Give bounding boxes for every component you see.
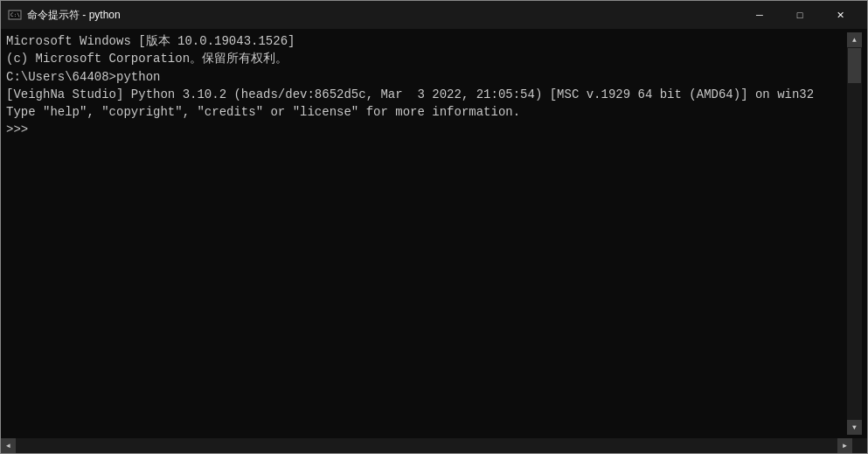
close-button[interactable]: ✕ [820,1,860,29]
maximize-button[interactable]: □ [780,1,820,29]
console-line: >>> [6,121,847,138]
console-body[interactable]: Microsoft Windows [版本 10.0.19043.1526](c… [1,29,867,438]
console-line: (c) Microsoft Corporation。保留所有权利。 [6,50,847,67]
window-icon: C:\ [8,8,22,22]
console-content: Microsoft Windows [版本 10.0.19043.1526](c… [6,32,847,435]
scrollbar-corner [852,438,867,453]
console-line: Type "help", "copyright", "credits" or "… [6,103,847,121]
scroll-track[interactable] [847,47,862,420]
scroll-thumb[interactable] [848,48,861,83]
console-line: [VeighNa Studio] Python 3.10.2 (heads/de… [6,86,847,103]
svg-text:C:\: C:\ [10,11,20,17]
title-bar: C:\ 命令提示符 - python ─ □ ✕ [1,1,867,29]
scroll-down-button[interactable]: ▼ [847,420,862,435]
scroll-right-button[interactable]: ► [837,438,852,453]
window-title: 命令提示符 - python [27,8,740,23]
horizontal-scrollbar[interactable]: ◄ ► [1,438,852,453]
vertical-scrollbar[interactable]: ▲ ▼ [847,32,862,435]
console-line: Microsoft Windows [版本 10.0.19043.1526] [6,32,847,50]
console-line: C:\Users\64408>python [6,68,847,86]
scroll-h-track[interactable] [16,438,837,453]
minimize-button[interactable]: ─ [740,1,780,29]
scroll-left-button[interactable]: ◄ [1,438,16,453]
scroll-up-button[interactable]: ▲ [847,32,862,47]
window-controls: ─ □ ✕ [740,1,860,29]
cmd-window: C:\ 命令提示符 - python ─ □ ✕ Microsoft Windo… [0,0,868,454]
